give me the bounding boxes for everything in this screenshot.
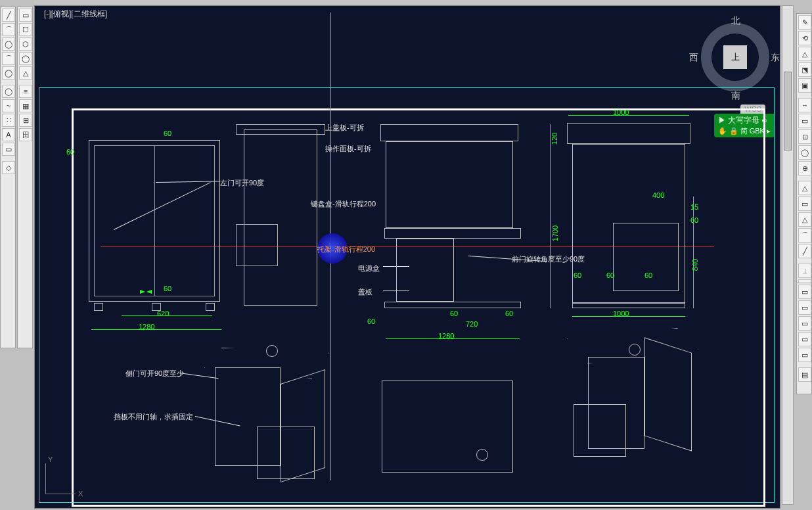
dim-text: 60 — [367, 317, 375, 325]
modify-tool-7[interactable]: ⊡ — [798, 129, 811, 144]
dim-text: 620 — [157, 310, 169, 317]
dim-text: 1700 — [551, 225, 559, 241]
view3-cabinet — [396, 239, 454, 302]
knob — [476, 449, 488, 461]
modify-tool-3[interactable]: ⬔ — [798, 62, 811, 77]
draw-tool-7[interactable]: ∷ — [2, 114, 15, 127]
modify-tool-9[interactable]: ⊕ — [798, 161, 811, 175]
view4-base — [572, 303, 685, 308]
dim-line — [550, 124, 551, 308]
viewcube-east[interactable]: 东 — [771, 52, 780, 64]
view2-drawer — [236, 224, 278, 266]
dim-text: 60 — [606, 271, 614, 279]
note-support: 托架-滑轨行程200 — [317, 244, 375, 254]
layer-tool-5[interactable]: ▤ — [798, 367, 811, 382]
modify-tool-13[interactable]: ⌒ — [798, 228, 811, 243]
modify-tool-8[interactable]: ◯ — [798, 145, 811, 160]
iso-view-2 — [382, 381, 513, 479]
dim-text: 720 — [466, 320, 478, 328]
modify-toolbar: ✎⟲△⬔▣↔▭⊡◯⊕△▭△⌒╱⟂◯⋯ — [796, 13, 812, 329]
dim-arrow — [147, 290, 152, 294]
dim-arrow — [140, 290, 145, 294]
view1-split — [154, 145, 155, 296]
view3-desk — [384, 228, 521, 239]
viewcube-west[interactable]: 西 — [689, 52, 698, 64]
knob — [266, 345, 278, 357]
dim-line — [91, 329, 221, 330]
draw2-tool-0[interactable]: ▭ — [19, 9, 32, 22]
layer-tool-4[interactable]: ▭ — [798, 348, 811, 362]
dim-text: 60 — [574, 271, 581, 279]
draw-tool-3[interactable]: ⌒ — [2, 52, 15, 65]
modify-tool-11[interactable]: ▭ — [798, 197, 811, 211]
viewcube-north[interactable]: 北 — [731, 15, 740, 27]
note-ctrl-panel: 操作面板-可拆 — [325, 144, 371, 154]
draw-tool-10[interactable]: ◇ — [2, 161, 15, 174]
note-latch: 挡板不用门轴，求插固定 — [114, 412, 193, 422]
draw2-tool-4[interactable]: △ — [19, 66, 32, 80]
draw2-tool-8[interactable]: 田 — [19, 128, 32, 141]
layer-tool-0[interactable]: ▭ — [798, 285, 811, 299]
modify-tool-14[interactable]: ╱ — [798, 244, 811, 258]
note-top-cover: 上盖板-可拆 — [325, 123, 364, 133]
knob — [629, 344, 641, 356]
view3-hood — [380, 124, 518, 141]
viewcube-top[interactable]: 上 — [723, 45, 747, 69]
dim-text: 15 — [690, 203, 698, 211]
view4-hood — [567, 123, 690, 144]
layer-toolbar: ▭▭▭▭▭▤ — [796, 283, 812, 394]
model-viewport[interactable]: [-][俯视][二维线框] 上 北 南 东 西 WCS ▶ 大写字母 ▪▫ ✋ … — [34, 5, 780, 509]
dim-text: 1280 — [139, 323, 154, 331]
modify-tool-15[interactable]: ⟂ — [798, 264, 811, 278]
modify-tool-4[interactable]: ▣ — [798, 78, 811, 93]
view4-cabinet — [613, 223, 679, 291]
draw-toolbar: ╱⌒◯⌒◯◯~∷A▭◇ — [0, 7, 16, 348]
dim-text: 60 — [690, 216, 698, 224]
modify-tool-5[interactable]: ↔ — [798, 98, 811, 112]
modify-tool-2[interactable]: △ — [798, 47, 811, 61]
layer-tool-2[interactable]: ▭ — [798, 316, 811, 331]
modify-tool-0[interactable]: ✎ — [798, 15, 811, 30]
draw2-tool-6[interactable]: ▦ — [19, 99, 32, 112]
top-strip — [34, 0, 780, 4]
view2-body — [244, 129, 317, 306]
draw2-tool-2[interactable]: ⬡ — [19, 37, 32, 51]
modify-tool-1[interactable]: ⟲ — [798, 31, 811, 45]
note-psu: 电源盒 — [358, 264, 380, 273]
draw-tool-9[interactable]: ▭ — [2, 143, 15, 156]
modify-tool-10[interactable]: △ — [798, 181, 811, 195]
draw2-tool-3[interactable]: ◯ — [19, 52, 32, 65]
leader — [383, 266, 409, 267]
modify-tool-6[interactable]: ▭ — [798, 114, 811, 128]
dim-text: 1000 — [613, 108, 629, 116]
draw-tool-0[interactable]: ╱ — [2, 9, 15, 22]
view3-base — [384, 302, 521, 308]
modify-tool-12[interactable]: △ — [798, 212, 811, 227]
draw-tool-6[interactable]: ~ — [2, 99, 15, 112]
note-side-door: 侧门可开90度至少 — [125, 369, 184, 379]
leader — [383, 290, 409, 290]
vertical-scrollbar[interactable] — [782, 5, 794, 505]
scroll-thumb[interactable] — [784, 72, 792, 151]
axis-x-label: X — [78, 490, 83, 498]
layer-tool-3[interactable]: ▭ — [798, 332, 811, 346]
dim-line — [693, 197, 694, 308]
draw-tool-4[interactable]: ◯ — [2, 66, 15, 80]
axis-y-label: Y — [48, 455, 53, 463]
draw-tool-8[interactable]: A — [2, 128, 15, 141]
note-kb-tray: 键盘盒-滑轨行程200 — [311, 199, 376, 209]
draw-tool-1[interactable]: ⌒ — [2, 23, 15, 36]
viewcube[interactable]: 上 北 南 东 西 — [696, 18, 775, 97]
dim-text: 840 — [691, 259, 699, 271]
draw2-tool-5[interactable]: ≡ — [19, 85, 32, 98]
view1-caster — [94, 303, 103, 311]
dim-text: 400 — [652, 191, 664, 199]
view1-caster — [206, 303, 215, 311]
layer-tool-1[interactable]: ▭ — [798, 300, 811, 315]
draw-tool-2[interactable]: ◯ — [2, 37, 15, 51]
dim-text: 60 — [450, 310, 458, 317]
draw-tool-5[interactable]: ◯ — [2, 85, 15, 98]
dim-text: 60 — [644, 271, 652, 279]
draw2-tool-1[interactable]: ☐ — [19, 23, 32, 36]
draw2-tool-7[interactable]: ⊞ — [19, 114, 32, 127]
